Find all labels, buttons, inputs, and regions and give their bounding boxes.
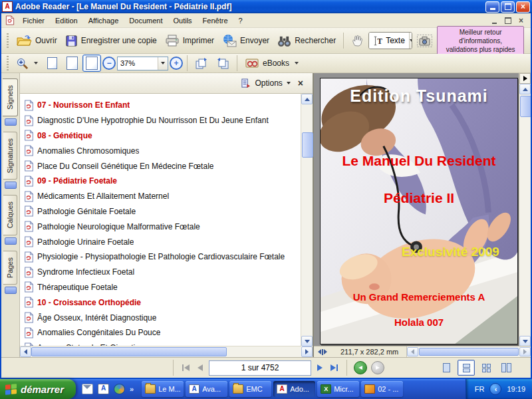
tab-grip-handle[interactable]	[5, 182, 17, 189]
start-button[interactable]: démarrer	[0, 379, 76, 399]
first-page-button[interactable]	[180, 363, 192, 372]
options-menu-button[interactable]: Options	[241, 78, 290, 88]
bookmark-item[interactable]: 08 - Génétique	[24, 128, 298, 144]
scroll-right-button[interactable]	[301, 346, 313, 357]
taskbar-task-button[interactable]: Ava...	[186, 381, 227, 397]
scroll-thumb[interactable]	[520, 96, 531, 117]
bookmark-item[interactable]: Pathologie Urinaire Foetale	[24, 234, 298, 249]
language-indicator[interactable]: FR	[475, 385, 485, 393]
child-close-button[interactable]: ×	[515, 15, 527, 25]
nav-tab[interactable]: Pages	[3, 251, 17, 300]
scroll-right-button[interactable]	[519, 347, 531, 356]
toolbar-grip[interactable]	[7, 33, 9, 48]
zoom-in-button[interactable]: +	[170, 57, 183, 70]
bookmark-item[interactable]: 09 - Pédiatrie Foetale	[24, 174, 298, 189]
tab-grip-handle[interactable]	[5, 237, 17, 245]
nav-tab[interactable]: Calques	[3, 195, 17, 250]
bookmark-item[interactable]: Place Du Conseil Génétique En Médecine F…	[24, 158, 298, 174]
page-number-input[interactable]	[209, 360, 311, 376]
scroll-left-button[interactable]	[407, 347, 418, 356]
save-copy-button[interactable]: Enregistrer une copie	[62, 33, 160, 49]
taskbar-task-button[interactable]: EMC	[229, 381, 271, 397]
nav-tab[interactable]: Signatures	[3, 132, 17, 196]
scroll-left-button[interactable]	[20, 346, 31, 357]
zoom-tool-dropdown[interactable]	[34, 62, 38, 65]
taskbar-task-button[interactable]: 02 - ...	[361, 381, 403, 397]
last-page-button[interactable]	[329, 363, 340, 372]
promo-banner-button[interactable]: Meilleur retour d'informations, validati…	[437, 26, 524, 56]
close-button[interactable]: ×	[516, 1, 530, 13]
bookmark-item[interactable]: Physiologie - Physiopathologie Et Pathol…	[24, 249, 298, 265]
scroll-thumb[interactable]	[31, 347, 227, 356]
previous-view-button[interactable]	[354, 361, 367, 374]
child-restore-button[interactable]	[502, 15, 513, 25]
document-horizontal-scrollbar[interactable]	[406, 346, 531, 357]
actual-size-button[interactable]	[43, 55, 61, 72]
menu-item[interactable]: Document	[124, 15, 168, 27]
child-minimize-button[interactable]	[489, 15, 500, 25]
quick-launch-icon[interactable]	[82, 384, 93, 394]
bookmarks-horizontal-scrollbar[interactable]	[20, 346, 313, 357]
zoom-level-dropdown[interactable]	[158, 57, 168, 70]
continuous-layout-button[interactable]	[458, 360, 475, 376]
bookmark-item[interactable]: Diagnostic D'Une Hypotrophie Du Nourriss…	[24, 113, 298, 128]
toolbar-grip[interactable]	[7, 56, 9, 70]
text-select-tool-button[interactable]: T Texte	[369, 33, 409, 49]
taskbar-task-button[interactable]: Le M...	[142, 381, 184, 397]
bookmark-item[interactable]: 10 - Croissance Orthopédie	[24, 295, 298, 310]
language-bar-collapse-icon[interactable]: ‹	[489, 383, 501, 395]
minimize-button[interactable]	[485, 1, 499, 13]
pdf-page[interactable]: Edition Tsunami Le Manuel Du Resident Pé…	[320, 78, 518, 344]
tab-grip-handle[interactable]	[5, 287, 17, 294]
scroll-down-button[interactable]	[519, 336, 531, 346]
nav-tab[interactable]: Signets	[3, 78, 18, 132]
print-button[interactable]: Imprimer	[162, 32, 217, 49]
close-panel-button[interactable]: ×	[297, 78, 305, 88]
scroll-up-button[interactable]	[519, 84, 531, 94]
open-button[interactable]: Ouvrir	[13, 32, 61, 49]
scroll-up-button[interactable]	[301, 94, 313, 104]
scroll-thumb[interactable]	[419, 348, 519, 356]
single-page-layout-button[interactable]	[438, 360, 455, 376]
bookmarks-vertical-scrollbar[interactable]	[301, 94, 313, 346]
menu-item[interactable]: Edition	[50, 15, 83, 27]
zoom-out-button[interactable]: −	[102, 57, 116, 70]
next-view-button[interactable]	[371, 361, 384, 374]
rotate-counterclockwise-button[interactable]	[213, 55, 233, 72]
ebooks-dropdown[interactable]	[295, 62, 299, 65]
menu-item[interactable]: Fichier	[17, 15, 50, 27]
menu-item[interactable]: ?	[233, 15, 248, 27]
quick-launch-icon[interactable]	[98, 384, 109, 394]
hand-tool-button[interactable]	[348, 32, 367, 49]
bookmark-item[interactable]: Pathologie Neurologique Malformative Fœt…	[24, 219, 298, 234]
bookmark-item[interactable]: Anomalies Congénitales Du Pouce	[24, 325, 298, 340]
menu-item[interactable]: Affichage	[83, 15, 124, 27]
menu-item[interactable]: Outils	[168, 15, 197, 27]
bookmark-item[interactable]: Médicaments Et Allaitement Maternel	[24, 189, 298, 204]
taskbar-task-button[interactable]: Micr...	[317, 381, 359, 397]
quick-launch-icon[interactable]	[114, 384, 125, 394]
scroll-thumb[interactable]	[302, 132, 313, 158]
document-vertical-scrollbar[interactable]	[519, 73, 531, 346]
splitter-icon[interactable]	[318, 349, 327, 355]
bookmark-item[interactable]: Syndrome Infectieux Foetal	[24, 265, 298, 280]
bookmark-item[interactable]: Thérapeutique Foetale	[24, 280, 298, 295]
taskbar-task-button[interactable]: Ado...	[273, 381, 315, 397]
scroll-down-button[interactable]	[301, 336, 313, 346]
text-tool-dropdown[interactable]	[409, 33, 412, 49]
search-button[interactable]: Rechercher	[274, 33, 339, 49]
fit-page-button[interactable]	[63, 55, 81, 72]
ebooks-button[interactable]: eBooks	[241, 55, 302, 71]
fit-width-button[interactable]	[82, 55, 101, 72]
zoom-tool-button[interactable]	[13, 55, 41, 72]
continuous-facing-layout-button[interactable]	[477, 360, 495, 376]
bookmark-item[interactable]: Âge Osseux, Intérêt Diagnostique	[24, 310, 298, 325]
zoom-level-input[interactable]	[118, 59, 158, 67]
send-email-button[interactable]: Envoyer	[219, 32, 273, 49]
bookmark-item[interactable]: Avance Staturale Et Gigantisme	[24, 340, 298, 346]
rotate-clockwise-button[interactable]	[192, 55, 211, 72]
tab-grip-handle[interactable]	[5, 118, 17, 126]
bookmark-item[interactable]: Pathologie Génitale Foetale	[24, 204, 298, 219]
menu-item[interactable]: Fenêtre	[198, 15, 233, 27]
snapshot-tool-button[interactable]	[414, 33, 436, 49]
